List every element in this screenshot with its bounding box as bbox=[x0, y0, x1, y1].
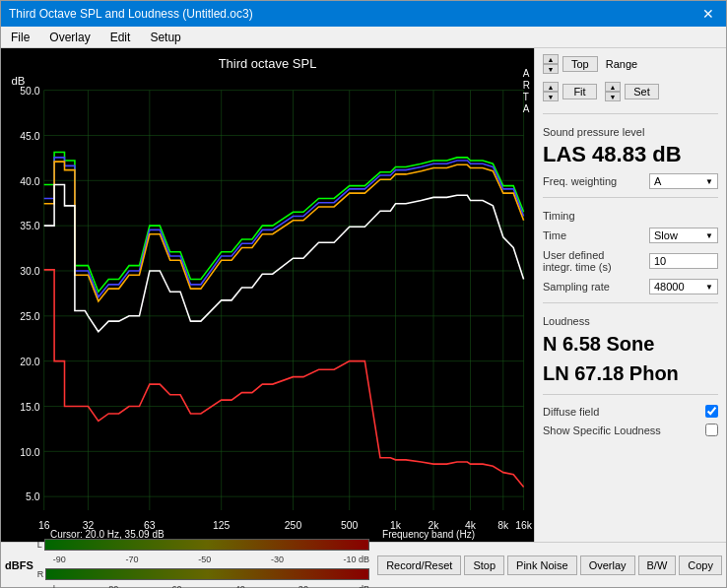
level-meter-l-row: L bbox=[37, 537, 369, 553]
top-button[interactable]: Top bbox=[562, 56, 598, 72]
right-panel: ▲ ▼ Top Range ▲ ▼ Fit bbox=[534, 48, 726, 542]
bottom-buttons: Record/Reset Stop Pink Noise Overlay B/W… bbox=[377, 555, 722, 575]
menu-edit[interactable]: Edit bbox=[104, 30, 137, 45]
svg-text:15.0: 15.0 bbox=[20, 401, 39, 413]
top-spin: ▲ ▼ bbox=[543, 54, 559, 74]
svg-text:125: 125 bbox=[213, 519, 230, 531]
fit-button[interactable]: Fit bbox=[562, 84, 597, 99]
svg-text:45.0: 45.0 bbox=[20, 130, 39, 142]
time-arrow: ▼ bbox=[705, 231, 713, 240]
top-fit-group: ▲ ▼ Top bbox=[543, 54, 598, 74]
menu-file[interactable]: File bbox=[5, 30, 35, 45]
sampling-rate-arrow: ▼ bbox=[705, 283, 713, 292]
stop-button[interactable]: Stop bbox=[464, 555, 504, 575]
pink-noise-button[interactable]: Pink Noise bbox=[507, 555, 577, 575]
copy-button[interactable]: Copy bbox=[679, 555, 722, 575]
svg-text:dB: dB bbox=[11, 75, 25, 87]
user-defined-label: User definedintegr. time (s) bbox=[543, 249, 612, 273]
fit-group: ▲ ▼ Fit bbox=[543, 82, 597, 101]
bw-button[interactable]: B/W bbox=[638, 555, 677, 575]
user-defined-input[interactable] bbox=[649, 253, 718, 269]
fit-set-controls: ▲ ▼ Fit ▲ ▼ Set bbox=[543, 82, 718, 101]
freq-weighting-label: Freq. weighting bbox=[543, 175, 617, 187]
divider-2 bbox=[543, 197, 718, 198]
diffuse-field-label: Diffuse field bbox=[543, 406, 599, 418]
svg-rect-0 bbox=[1, 48, 534, 542]
freq-band-label: Frequency band (Hz) bbox=[382, 529, 475, 540]
spl-section-label: Sound pressure level bbox=[543, 126, 718, 138]
menu-setup[interactable]: Setup bbox=[144, 30, 186, 45]
loudness-section-label: Loudness bbox=[543, 315, 718, 327]
diffuse-field-checkbox[interactable] bbox=[705, 405, 718, 418]
svg-text:10.0: 10.0 bbox=[20, 445, 39, 457]
chart-title: Third octave SPL bbox=[1, 52, 534, 75]
l-channel-label: L bbox=[37, 540, 42, 550]
sampling-rate-label: Sampling rate bbox=[543, 281, 610, 293]
set-button[interactable]: Set bbox=[625, 84, 659, 99]
chart-area: Third octave SPL ARTA bbox=[1, 48, 534, 542]
top-down-btn[interactable]: ▼ bbox=[543, 64, 559, 74]
r-channel-label: R bbox=[37, 569, 44, 579]
svg-text:25.0: 25.0 bbox=[20, 310, 39, 322]
range-label: Range bbox=[606, 58, 637, 70]
main-window: Third Octave SPL and Loudness (Untitled.… bbox=[0, 0, 727, 588]
time-dropdown[interactable]: Slow ▼ bbox=[649, 228, 718, 243]
svg-text:16: 16 bbox=[38, 519, 50, 531]
svg-text:16k: 16k bbox=[515, 519, 532, 531]
top-up-btn[interactable]: ▲ bbox=[543, 54, 559, 64]
user-defined-row: User definedintegr. time (s) bbox=[543, 249, 718, 273]
svg-text:5.0: 5.0 bbox=[26, 490, 40, 502]
loudness-n-value: N 6.58 Sone bbox=[543, 331, 718, 357]
meter-scale-top: -90 -70 -50 -30 -10 dB bbox=[53, 555, 369, 564]
spl-value: LAS 48.83 dB bbox=[543, 142, 718, 167]
divider-1 bbox=[543, 113, 718, 114]
svg-text:30.0: 30.0 bbox=[20, 265, 39, 277]
level-meter-r-row: R bbox=[37, 566, 369, 582]
set-spin: ▲ ▼ bbox=[605, 82, 621, 101]
overlay-button[interactable]: Overlay bbox=[580, 555, 635, 575]
svg-text:20.0: 20.0 bbox=[20, 356, 39, 367]
show-specific-checkbox[interactable] bbox=[705, 424, 718, 436]
chart-svg: 50.0 45.0 40.0 35.0 30.0 25.0 20.0 15.0 … bbox=[1, 48, 534, 542]
show-specific-row: Show Specific Loudness bbox=[543, 424, 718, 436]
level-meter-container: L -90 -70 -50 -30 -10 dB R bbox=[37, 537, 369, 589]
record-reset-button[interactable]: Record/Reset bbox=[377, 555, 461, 575]
timing-section-label: Timing bbox=[543, 210, 718, 222]
svg-text:250: 250 bbox=[285, 519, 301, 531]
dbfs-label: dBFS bbox=[5, 559, 33, 571]
range-group: Range bbox=[606, 58, 637, 70]
svg-text:8k: 8k bbox=[497, 519, 509, 531]
svg-text:500: 500 bbox=[341, 519, 358, 531]
time-row: Time Slow ▼ bbox=[543, 228, 718, 243]
freq-weighting-arrow: ▼ bbox=[705, 177, 713, 186]
set-up-btn[interactable]: ▲ bbox=[605, 82, 621, 92]
menu-overlay[interactable]: Overlay bbox=[43, 30, 96, 45]
fit-spin: ▲ ▼ bbox=[543, 82, 559, 101]
freq-weighting-dropdown[interactable]: A ▼ bbox=[649, 173, 718, 189]
divider-4 bbox=[543, 394, 718, 395]
sampling-rate-row: Sampling rate 48000 ▼ bbox=[543, 279, 718, 294]
meter-scale-bottom: | -80 -60 -40 -20 dB bbox=[53, 584, 369, 589]
divider-3 bbox=[543, 302, 718, 303]
loudness-ln-value: LN 67.18 Phon bbox=[543, 360, 718, 386]
set-down-btn[interactable]: ▼ bbox=[605, 92, 621, 101]
show-specific-label: Show Specific Loudness bbox=[543, 425, 661, 436]
main-content: Third octave SPL ARTA bbox=[1, 48, 726, 542]
freq-weighting-row: Freq. weighting A ▼ bbox=[543, 173, 718, 189]
fit-down-btn[interactable]: ▼ bbox=[543, 92, 559, 101]
svg-text:40.0: 40.0 bbox=[20, 174, 39, 186]
top-controls: ▲ ▼ Top Range bbox=[543, 54, 718, 74]
bottom-bar: dBFS L -90 -70 -50 -30 -10 dB R bbox=[1, 542, 726, 587]
diffuse-field-row: Diffuse field bbox=[543, 405, 718, 418]
title-bar: Third Octave SPL and Loudness (Untitled.… bbox=[1, 1, 726, 27]
menu-bar: File Overlay Edit Setup bbox=[1, 27, 726, 48]
svg-text:35.0: 35.0 bbox=[20, 220, 39, 231]
close-button[interactable]: ✕ bbox=[698, 6, 718, 22]
time-label: Time bbox=[543, 229, 566, 241]
window-title: Third Octave SPL and Loudness (Untitled.… bbox=[9, 7, 253, 21]
arta-label: ARTA bbox=[523, 68, 530, 115]
set-group: ▲ ▼ Set bbox=[605, 82, 659, 101]
fit-up-btn[interactable]: ▲ bbox=[543, 82, 559, 92]
sampling-rate-dropdown[interactable]: 48000 ▼ bbox=[649, 279, 718, 294]
